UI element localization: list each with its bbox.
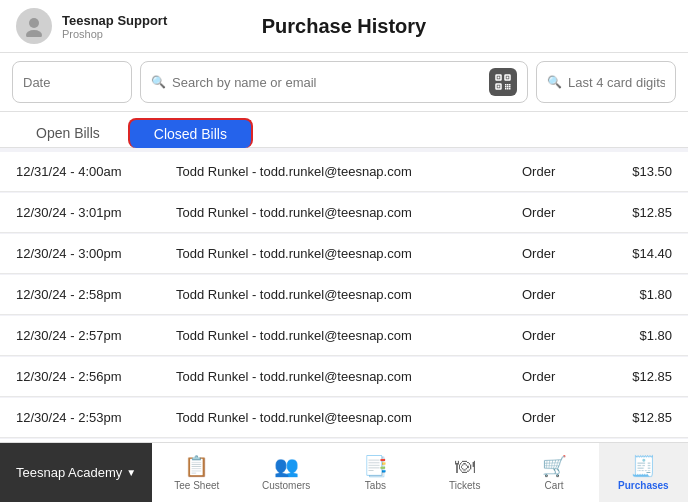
header-left: Teesnap Support Proshop [16,8,176,44]
row-amount: $12.85 [602,205,672,220]
card-search-input[interactable] [568,75,665,90]
header-user-info: Teesnap Support Proshop [62,13,167,40]
nav-academy[interactable]: Teesnap Academy ▼ [0,443,152,502]
nav-tee-sheet[interactable]: 📋 Tee Sheet [152,443,241,502]
tabs-icon: 📑 [363,454,388,478]
row-name: Todd Runkel - todd.runkel@teesnap.com [176,369,522,384]
customers-label: Customers [262,480,310,491]
search-card-icon: 🔍 [547,75,562,89]
row-date: 12/30/24 - 2:56pm [16,369,176,384]
svg-rect-7 [498,86,500,88]
row-date: 12/30/24 - 2:58pm [16,287,176,302]
tee-sheet-label: Tee Sheet [174,480,219,491]
qr-scan-button[interactable] [489,68,517,96]
user-name: Teesnap Support [62,13,167,28]
svg-rect-12 [507,86,509,88]
table-row[interactable]: 12/30/24 - 3:00pm Todd Runkel - todd.run… [0,234,688,274]
row-type: Order [522,246,602,261]
header: Teesnap Support Proshop Purchase History [0,0,688,53]
date-input[interactable] [12,61,132,103]
svg-rect-6 [507,77,509,79]
user-subtitle: Proshop [62,28,167,40]
table-row[interactable]: 12/30/24 - 2:53pm Todd Runkel - todd.run… [0,398,688,438]
table-row[interactable]: 12/30/24 - 2:56pm Todd Runkel - todd.run… [0,357,688,397]
page-title: Purchase History [176,15,512,38]
row-name: Todd Runkel - todd.runkel@teesnap.com [176,205,522,220]
search-name-icon: 🔍 [151,75,166,89]
tickets-icon: 🍽 [455,455,475,478]
svg-rect-8 [505,84,507,86]
customers-icon: 👥 [274,454,299,478]
tab-closed-bills[interactable]: Closed Bills [128,118,253,148]
svg-point-1 [26,30,42,37]
row-type: Order [522,205,602,220]
svg-rect-13 [509,86,511,88]
tee-sheet-icon: 📋 [184,454,209,478]
row-date: 12/30/24 - 2:57pm [16,328,176,343]
cart-label: Cart [545,480,564,491]
row-name: Todd Runkel - todd.runkel@teesnap.com [176,287,522,302]
avatar [16,8,52,44]
svg-point-0 [29,18,39,28]
row-name: Todd Runkel - todd.runkel@teesnap.com [176,328,522,343]
table-row[interactable]: 12/31/24 - 4:00am Todd Runkel - todd.run… [0,152,688,192]
tabs-label: Tabs [365,480,386,491]
tab-open-bills[interactable]: Open Bills [12,118,124,147]
nav-customers[interactable]: 👥 Customers [241,443,330,502]
bottom-nav: Teesnap Academy ▼ 📋 Tee Sheet 👥 Customer… [0,442,688,502]
svg-rect-9 [507,84,509,86]
svg-rect-5 [498,77,500,79]
table-row[interactable]: 12/30/24 - 2:58pm Todd Runkel - todd.run… [0,275,688,315]
svg-rect-15 [507,88,509,90]
svg-rect-11 [505,86,507,88]
svg-rect-10 [509,84,511,86]
row-type: Order [522,328,602,343]
row-amount: $12.85 [602,369,672,384]
academy-label: Teesnap Academy [16,465,122,480]
svg-rect-16 [509,88,511,90]
row-type: Order [522,410,602,425]
row-amount: $1.80 [602,287,672,302]
nav-tabs[interactable]: 📑 Tabs [331,443,420,502]
cart-icon: 🛒 [542,454,567,478]
row-type: Order [522,287,602,302]
row-type: Order [522,369,602,384]
row-date: 12/31/24 - 4:00am [16,164,176,179]
svg-rect-14 [505,88,507,90]
row-name: Todd Runkel - todd.runkel@teesnap.com [176,164,522,179]
row-name: Todd Runkel - todd.runkel@teesnap.com [176,410,522,425]
tab-row: Open Bills Closed Bills [0,112,688,148]
row-amount: $1.80 [602,328,672,343]
row-date: 12/30/24 - 3:00pm [16,246,176,261]
row-amount: $12.85 [602,410,672,425]
row-type: Order [522,164,602,179]
row-amount: $13.50 [602,164,672,179]
purchase-history-table: 12/31/24 - 4:00am Todd Runkel - todd.run… [0,148,688,442]
card-search-wrapper: 🔍 [536,61,676,103]
row-name: Todd Runkel - todd.runkel@teesnap.com [176,246,522,261]
nav-tickets[interactable]: 🍽 Tickets [420,443,509,502]
purchases-icon: 🧾 [631,454,656,478]
name-search-input[interactable] [172,75,483,90]
row-amount: $14.40 [602,246,672,261]
nav-purchases[interactable]: 🧾 Purchases [599,443,688,502]
chevron-down-icon: ▼ [126,467,136,478]
purchases-label: Purchases [618,480,669,491]
row-date: 12/30/24 - 2:53pm [16,410,176,425]
table-row[interactable]: 12/30/24 - 2:57pm Todd Runkel - todd.run… [0,316,688,356]
search-name-wrapper: 🔍 [140,61,528,103]
search-bar: 🔍 🔍 [0,53,688,112]
nav-cart[interactable]: 🛒 Cart [509,443,598,502]
table-row[interactable]: 12/30/24 - 3:01pm Todd Runkel - todd.run… [0,193,688,233]
row-date: 12/30/24 - 3:01pm [16,205,176,220]
tickets-label: Tickets [449,480,480,491]
